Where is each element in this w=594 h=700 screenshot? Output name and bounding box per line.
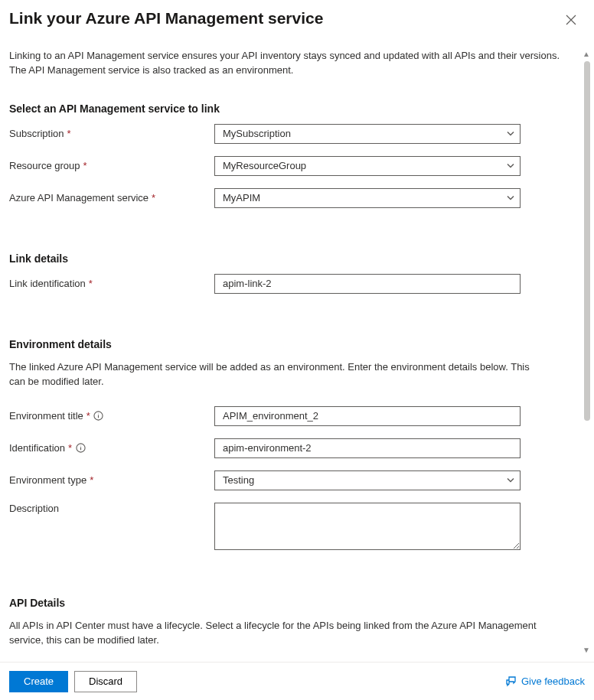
discard-button[interactable]: Discard xyxy=(74,671,137,692)
env-title-label: Environment title * xyxy=(9,410,214,422)
close-button[interactable] xyxy=(560,9,582,31)
env-title-input[interactable] xyxy=(214,406,521,426)
panel-title: Link your Azure API Management service xyxy=(9,9,323,28)
env-details-description: The linked Azure API Management service … xyxy=(9,360,545,389)
resource-group-label: Resource group * xyxy=(9,160,214,171)
section-heading-link-details: Link details xyxy=(9,252,576,265)
identification-label: Identification * xyxy=(9,442,214,454)
subscription-label-text: Subscription xyxy=(9,128,64,139)
apim-service-label: Azure API Management service * xyxy=(9,192,214,203)
give-feedback-link[interactable]: Give feedback xyxy=(506,676,585,687)
link-id-label: Link identification * xyxy=(9,278,214,289)
required-indicator: * xyxy=(89,278,93,289)
resource-group-label-text: Resource group xyxy=(9,160,80,171)
info-icon[interactable] xyxy=(75,443,86,454)
subscription-label: Subscription * xyxy=(9,128,214,139)
section-heading-env-details: Environment details xyxy=(9,338,576,350)
identification-input[interactable] xyxy=(214,438,521,458)
link-id-input[interactable] xyxy=(214,274,521,294)
footer: Create Discard Give feedback xyxy=(0,662,594,700)
required-indicator: * xyxy=(86,410,90,422)
env-title-label-text: Environment title xyxy=(9,410,83,422)
info-icon[interactable] xyxy=(93,411,104,422)
env-type-label: Environment type * xyxy=(9,474,214,486)
apim-service-dropdown[interactable]: MyAPIM xyxy=(214,188,521,208)
required-indicator: * xyxy=(83,160,87,171)
scroll-area[interactable]: Linking to an API Management service ens… xyxy=(0,43,594,660)
required-indicator: * xyxy=(152,192,155,203)
create-button[interactable]: Create xyxy=(9,671,68,692)
intro-text: Linking to an API Management service ens… xyxy=(9,49,560,78)
section-heading-api-details: API Details xyxy=(9,597,576,609)
resource-group-value: MyResourceGroup xyxy=(223,160,306,171)
env-type-label-text: Environment type xyxy=(9,474,86,486)
resource-group-dropdown[interactable]: MyResourceGroup xyxy=(214,156,521,176)
env-type-value: Testing xyxy=(223,474,254,486)
section-heading-select-service: Select an API Management service to link xyxy=(9,103,576,115)
env-type-dropdown[interactable]: Testing xyxy=(214,470,521,490)
subscription-value: MySubscription xyxy=(223,128,291,139)
required-indicator: * xyxy=(68,442,72,454)
description-textarea[interactable] xyxy=(214,503,521,550)
apim-service-value: MyAPIM xyxy=(223,192,260,203)
identification-label-text: Identification xyxy=(9,442,65,454)
feedback-icon xyxy=(506,676,517,687)
description-label: Description xyxy=(9,503,214,514)
give-feedback-text: Give feedback xyxy=(521,676,585,687)
apim-service-label-text: Azure API Management service xyxy=(9,192,148,203)
required-indicator: * xyxy=(90,474,93,486)
close-icon xyxy=(566,15,576,25)
subscription-dropdown[interactable]: MySubscription xyxy=(214,124,521,144)
api-details-description: All APIs in API Center must have a lifec… xyxy=(9,618,545,648)
link-id-label-text: Link identification xyxy=(9,278,86,289)
description-label-text: Description xyxy=(9,503,59,514)
required-indicator: * xyxy=(67,128,71,139)
